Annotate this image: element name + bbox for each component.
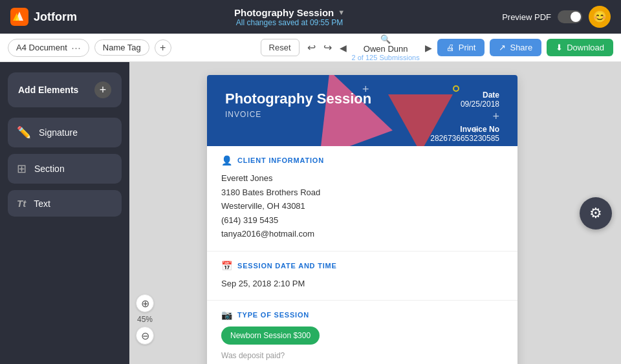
autosave-status: All changes saved at 09:55 PM [236, 18, 343, 27]
sidebar-item-signature-label: Signature [39, 127, 78, 138]
prev-submission-button[interactable]: ◀ [340, 43, 347, 53]
session-date-content: Sep 25, 2018 2:10 PM [221, 277, 503, 290]
redo-button[interactable]: ↪ [321, 39, 334, 56]
document-page: + + Photography Session INVOICE Date 09/… [207, 75, 518, 364]
navbar-center: Photography Session ▼ All changes saved … [85, 7, 494, 27]
date-label: Date [430, 91, 499, 100]
deposit-label: Was deposit paid? [221, 350, 503, 361]
logo-text: Jotform [34, 10, 77, 24]
submission-navigator: ◀ 🔍 Owen Dunn 2 of 125 Submissions ▶ [340, 34, 432, 61]
client-icon: 👤 [221, 155, 232, 166]
left-sidebar: Add Elements + ✏️ Signature ⊞ Section Tt… [0, 62, 129, 364]
add-tab-button[interactable]: + [155, 39, 171, 56]
zoom-level: 45% [137, 315, 153, 324]
sidebar-item-section[interactable]: ⊞ Section [8, 154, 122, 184]
zoom-controls: ⊕ 45% ⊖ [136, 294, 154, 345]
zoom-in-icon: ⊕ [141, 297, 149, 310]
undo-redo-controls: ↩ ↪ [305, 39, 334, 56]
avatar[interactable]: 😊 [589, 6, 611, 28]
print-button[interactable]: 🖨 Print [437, 39, 485, 56]
session-datetime: Sep 25, 2018 2:10 PM [221, 277, 503, 290]
gear-icon: ⚙ [589, 205, 602, 222]
submission-info: 🔍 Owen Dunn 2 of 125 Submissions [352, 34, 420, 61]
session-date-header: 📅 SESSION DATE AND TIME [221, 261, 503, 271]
navbar: Jotform Photography Session ▼ All change… [0, 0, 621, 34]
client-address2: Westerville, OH 43081 [221, 200, 503, 213]
add-elements-plus-icon: + [94, 81, 111, 98]
zoom-out-button[interactable]: ⊖ [136, 327, 154, 345]
signature-icon: ✏️ [17, 125, 31, 140]
search-icon: 🔍 [380, 34, 391, 44]
calendar-icon: 📅 [221, 261, 232, 271]
toolbar-bar: A4 Document ⋯ Name Tag + Reset ↩ ↪ ◀ 🔍 O… [0, 34, 621, 62]
sidebar-item-text-label: Text [34, 198, 50, 209]
sidebar-item-section-label: Section [34, 164, 65, 174]
client-email: tanya2016@hotmail.com [221, 228, 503, 241]
tab-name-tag[interactable]: Name Tag [94, 39, 149, 56]
settings-gear-button[interactable]: ⚙ [580, 197, 612, 230]
plus-decoration-3: + [492, 110, 499, 123]
client-name: Everett Jones [221, 172, 503, 185]
zoom-in-button[interactable]: ⊕ [136, 294, 154, 312]
submission-name: Owen Dunn [364, 44, 408, 54]
navbar-right: Preview PDF 😊 [502, 6, 611, 28]
toolbar-actions: Reset ↩ ↪ ◀ 🔍 Owen Dunn 2 of 125 Submiss… [261, 34, 613, 61]
zoom-out-icon: ⊖ [141, 330, 149, 342]
chevron-down-icon: ▼ [338, 8, 345, 16]
undo-button[interactable]: ↩ [305, 39, 318, 56]
session-type-header: 📷 TYPE OF SESSION [221, 310, 503, 320]
client-info-header: 👤 CLIENT INFORMATION [221, 155, 503, 166]
doc-header: + + Photography Session INVOICE Date 09/… [207, 75, 518, 146]
preview-pdf-toggle[interactable] [558, 10, 582, 23]
sidebar-item-text[interactable]: Tt Text [8, 190, 122, 217]
section-icon: ⊞ [17, 162, 27, 176]
preview-pdf-label: Preview PDF [502, 12, 551, 22]
doc-title[interactable]: Photography Session ▼ [234, 7, 345, 18]
share-button[interactable]: ↗ Share [490, 39, 541, 56]
invoice-label: Invoice No [430, 125, 499, 134]
tab-options-icon[interactable]: ⋯ [71, 42, 81, 54]
session-date-title: SESSION DATE AND TIME [237, 262, 337, 270]
client-phone: (614) 319 5435 [221, 214, 503, 227]
client-info-content: Everett Jones 3180 Bates Brothers Road W… [221, 172, 503, 241]
download-button[interactable]: ⬇ Download [547, 39, 613, 56]
client-info-title: CLIENT INFORMATION [237, 156, 324, 164]
next-submission-button[interactable]: ▶ [425, 43, 432, 53]
logo-area: Jotform [10, 8, 77, 26]
invoice-value: 2826736653230585 [430, 134, 499, 143]
text-icon: Tt [17, 198, 26, 209]
submission-count: 2 of 125 Submissions [352, 54, 420, 61]
session-type-section: 📷 TYPE OF SESSION Newborn Session $300 W… [207, 301, 518, 364]
printer-icon: 🖨 [446, 43, 455, 52]
sidebar-item-signature[interactable]: ✏️ Signature [8, 118, 122, 147]
date-value: 09/25/2018 [430, 100, 499, 109]
session-tag: Newborn Session $300 [221, 327, 320, 345]
add-elements-label: Add Elements [18, 85, 78, 95]
download-icon: ⬇ [556, 43, 563, 52]
main-area: Add Elements + ✏️ Signature ⊞ Section Tt… [0, 62, 621, 364]
tab-a4-document[interactable]: A4 Document ⋯ [8, 39, 89, 57]
session-type-content: Newborn Session $300 Was deposit paid? [221, 327, 503, 364]
add-elements-button[interactable]: Add Elements + [8, 72, 122, 107]
session-date-section: 📅 SESSION DATE AND TIME Sep 25, 2018 2:1… [207, 252, 518, 301]
canvas-area: ⊕ 45% ⊖ + + Photography Session INVOICE … [129, 62, 621, 364]
client-info-section: 👤 CLIENT INFORMATION Everett Jones 3180 … [207, 146, 518, 252]
doc-header-right: Date 09/25/2018 + Invoice No 28267366532… [430, 91, 499, 143]
reset-button[interactable]: Reset [261, 39, 300, 56]
client-address1: 3180 Bates Brothers Road [221, 186, 503, 199]
share-icon: ↗ [499, 43, 506, 52]
camera-icon: 📷 [221, 310, 232, 320]
jotform-logo-icon [10, 8, 28, 26]
session-type-title: TYPE OF SESSION [237, 311, 309, 319]
